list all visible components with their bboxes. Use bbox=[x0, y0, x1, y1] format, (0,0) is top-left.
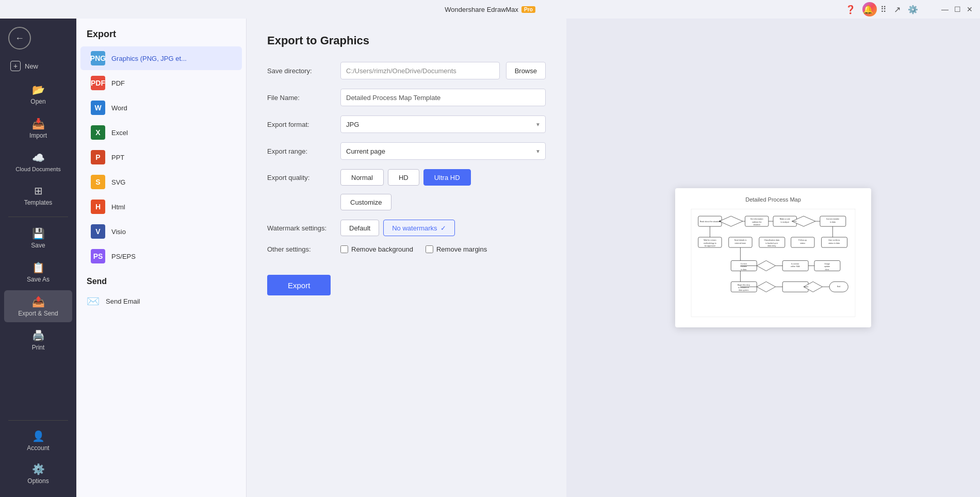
export-icon: 📤 bbox=[32, 295, 45, 308]
sidebar-item-account[interactable]: 👤 Account bbox=[4, 425, 72, 457]
sidebar-item-templates[interactable]: ⊞ Templates bbox=[4, 179, 72, 211]
watermark-no-watermarks-button[interactable]: No watermarks ✓ bbox=[383, 220, 454, 236]
quality-ultrahd-button[interactable]: Ultra HD bbox=[423, 169, 471, 186]
preview-diagram-title: Detailed Process Map bbox=[683, 196, 863, 203]
help-icon[interactable]: ❓ bbox=[845, 5, 856, 14]
export-range-label: Export range: bbox=[267, 147, 334, 155]
watermark-check-icon: ✓ bbox=[440, 224, 446, 232]
file-name-row: File Name: bbox=[267, 89, 546, 106]
ppt-icon: P bbox=[91, 150, 105, 164]
format-item-visio[interactable]: V Visio bbox=[80, 220, 242, 243]
bottom-divider bbox=[8, 420, 68, 421]
divider bbox=[8, 217, 68, 217]
svg-text:data system: data system bbox=[739, 290, 749, 292]
titlebar-right-icons: ❓ 🔔 ⠿ ↗ ⚙️ bbox=[845, 5, 918, 14]
format-item-pseps[interactable]: PS PS/EPS bbox=[80, 244, 242, 268]
svg-text:End: End bbox=[837, 286, 840, 288]
browse-button[interactable]: Browse bbox=[506, 62, 546, 79]
quality-hd-button[interactable]: HD bbox=[388, 169, 419, 186]
pro-badge: Pro bbox=[521, 6, 535, 13]
import-icon: 📥 bbox=[32, 118, 45, 130]
visio-icon: V bbox=[91, 224, 105, 239]
maximize-button[interactable]: ☐ bbox=[953, 5, 961, 13]
print-icon: 🖨️ bbox=[32, 329, 45, 342]
close-button[interactable]: ✕ bbox=[966, 5, 974, 13]
watermark-default-button[interactable]: Default bbox=[340, 220, 379, 236]
cloud-icon: ☁️ bbox=[32, 152, 45, 164]
svg-text:external team: external team bbox=[734, 242, 746, 244]
export-format-select-wrapper: JPG PNG BMP SVG ▼ bbox=[340, 115, 546, 133]
customize-button[interactable]: Customize bbox=[340, 194, 391, 210]
remove-margins-label[interactable]: Remove margins bbox=[426, 245, 487, 253]
export-quality-row: Export quality: Normal HD Ultra HD Custo… bbox=[267, 169, 546, 210]
sidebar-item-import[interactable]: 📥 Import bbox=[4, 112, 72, 144]
minimize-button[interactable]: — bbox=[941, 5, 949, 13]
window-controls: — ☐ ✕ bbox=[941, 5, 974, 13]
quality-normal-button[interactable]: Normal bbox=[340, 169, 384, 186]
preview-area: Detailed Process Map Read about the situ… bbox=[566, 19, 980, 497]
svg-text:in data: in data bbox=[741, 269, 747, 271]
sidebar-narrow: ← + New 📂 Open 📥 Import ☁️ Cloud Documen… bbox=[0, 19, 76, 497]
back-button[interactable]: ← bbox=[8, 27, 31, 49]
svg-text:is backed up in: is backed up in bbox=[765, 242, 778, 244]
remove-background-checkbox[interactable] bbox=[340, 245, 348, 253]
sidebar-item-save-as[interactable]: 📋 Save As bbox=[4, 256, 72, 288]
sidebar-item-cloud[interactable]: ☁️ Cloud Documents bbox=[4, 146, 72, 177]
quality-group: Normal HD Ultra HD bbox=[340, 169, 471, 186]
share-icon[interactable]: ↗ bbox=[894, 5, 901, 14]
export-button[interactable]: Export bbox=[267, 275, 331, 295]
file-name-label: File Name: bbox=[267, 94, 334, 102]
notification-icon[interactable]: 🔔 bbox=[863, 5, 873, 14]
svg-text:Is service: Is service bbox=[791, 263, 799, 265]
svg-text:within SLA: within SLA bbox=[791, 266, 800, 268]
html-icon: H bbox=[91, 200, 105, 214]
export-range-row: Export range: Current page All pages Sel… bbox=[267, 142, 546, 160]
email-icon: ✉️ bbox=[87, 295, 100, 307]
svg-text:be approved: be approved bbox=[705, 245, 715, 247]
word-icon: W bbox=[91, 101, 105, 115]
sidebar-item-export[interactable]: 📤 Export & Send bbox=[4, 290, 72, 322]
svg-text:Correct: Correct bbox=[741, 263, 747, 265]
watermark-row: Watermark settings: Default No watermark… bbox=[267, 220, 546, 236]
format-item-svg[interactable]: S SVG bbox=[80, 170, 242, 194]
sidebar-item-open[interactable]: 📂 Open bbox=[4, 78, 72, 110]
format-item-pdf[interactable]: PDF PDF bbox=[80, 71, 242, 95]
options-icon: ⚙️ bbox=[32, 463, 45, 475]
pdf-icon: PDF bbox=[91, 76, 105, 90]
new-icon: + bbox=[10, 61, 21, 71]
export-format-select[interactable]: JPG PNG BMP SVG bbox=[340, 115, 546, 133]
save-as-icon: 📋 bbox=[32, 261, 45, 274]
titlebar: Wondershare EdrawMax Pro ❓ 🔔 ⠿ ↗ ⚙️ — ☐ … bbox=[0, 0, 980, 19]
save-directory-input[interactable] bbox=[340, 62, 500, 79]
sidebar-item-save[interactable]: 💾 Save bbox=[4, 222, 72, 254]
format-item-word[interactable]: W Word bbox=[80, 96, 242, 120]
remove-margins-checkbox[interactable] bbox=[426, 245, 433, 253]
preview-card: Detailed Process Map Read about the situ… bbox=[675, 188, 871, 327]
svg-text:data entry: data entry bbox=[767, 245, 776, 247]
export-range-select[interactable]: Current page All pages Selected bbox=[340, 142, 546, 160]
settings-icon[interactable]: ⚙️ bbox=[908, 5, 918, 14]
svg-text:Wait for a team: Wait for a team bbox=[704, 239, 716, 241]
sidebar-item-options[interactable]: ⚙️ Options bbox=[4, 458, 72, 490]
format-item-excel[interactable]: X Excel bbox=[80, 121, 242, 144]
format-item-html[interactable]: H Html bbox=[80, 195, 242, 219]
svg-text:User confirms: User confirms bbox=[828, 239, 840, 241]
export-form-title: Export to Graphics bbox=[267, 34, 546, 47]
remove-background-label[interactable]: Remove background bbox=[340, 245, 413, 253]
format-item-graphics[interactable]: PNG Graphics (PNG, JPG et... bbox=[80, 46, 242, 70]
svg-text:Begin this step: Begin this step bbox=[738, 284, 750, 286]
account-icon: 👤 bbox=[32, 430, 45, 442]
preview-diagram: Read about the situation Get information… bbox=[683, 207, 863, 319]
send-email-item[interactable]: ✉️ Send Email bbox=[76, 290, 246, 312]
svg-text:methodology to: methodology to bbox=[704, 242, 716, 244]
svg-text:situation: situation bbox=[753, 224, 760, 226]
format-item-ppt[interactable]: P PPT bbox=[80, 145, 242, 169]
svg-text:Read about the situation: Read about the situation bbox=[700, 221, 720, 223]
other-settings-label: Other settings: bbox=[267, 245, 334, 253]
sidebar-item-print[interactable]: 🖨️ Print bbox=[4, 324, 72, 356]
sidebar-item-new[interactable]: + New bbox=[4, 56, 72, 76]
main-content: Export to Graphics Save directory: Brows… bbox=[247, 19, 980, 497]
png-icon: PNG bbox=[91, 51, 105, 65]
apps-icon[interactable]: ⠿ bbox=[880, 5, 887, 14]
file-name-input[interactable] bbox=[340, 89, 546, 106]
